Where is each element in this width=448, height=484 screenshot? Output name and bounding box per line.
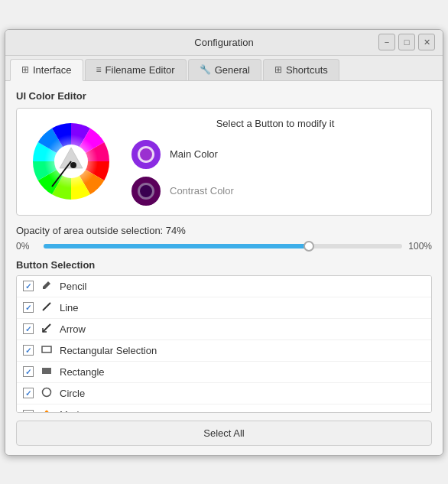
window-controls: − □ ✕ — [378, 34, 435, 50]
item-checkbox[interactable] — [23, 302, 34, 313]
color-wheel-container — [29, 119, 113, 203]
item-icon — [40, 387, 54, 400]
button-selection-section: Button Selection PencilLineArrowRectangu… — [16, 259, 432, 413]
button-selection-label: Button Selection — [16, 259, 432, 271]
contrast-color-button[interactable] — [131, 177, 161, 206]
main-color-inner — [138, 146, 154, 163]
item-checkbox[interactable] — [23, 281, 34, 291]
contrast-color-row: Contrast Color — [131, 177, 419, 206]
titlebar: Configuration − □ ✕ — [5, 30, 443, 56]
list-item: Arrow — [17, 319, 431, 340]
item-label: Marker — [60, 409, 90, 413]
wrench-icon: 🔧 — [200, 64, 211, 75]
color-wheel-svg[interactable] — [29, 119, 113, 203]
opacity-slider-fill — [44, 244, 309, 248]
color-editor-box: Select a Button to modify it Main Color … — [16, 108, 432, 216]
opacity-slider-thumb[interactable] — [304, 241, 314, 252]
configuration-window: Configuration − □ ✕ ⊞ Interface ≡ Filena… — [5, 29, 443, 456]
tab-interface-label: Interface — [33, 64, 72, 76]
list-item: Rectangular Selection — [17, 340, 431, 362]
grid4-icon: ⊞ — [274, 64, 282, 75]
item-icon — [40, 408, 54, 413]
tab-shortcuts-label: Shortcuts — [286, 64, 328, 76]
tab-shortcuts[interactable]: ⊞ Shortcuts — [263, 59, 339, 80]
item-checkbox[interactable] — [23, 366, 34, 377]
opacity-section: Opacity of area outside selection: 74% 0… — [16, 225, 432, 252]
item-label: Rectangular Selection — [60, 345, 157, 356]
main-color-row: Main Color — [131, 140, 419, 169]
item-checkbox[interactable] — [23, 410, 34, 413]
item-icon — [40, 280, 54, 293]
select-all-button[interactable]: Select All — [16, 421, 432, 446]
tab-filename-editor-label: Filename Editor — [106, 64, 175, 76]
item-icon — [40, 344, 54, 357]
main-color-button[interactable] — [131, 140, 161, 169]
list-item: Line — [17, 297, 431, 319]
svg-point-10 — [43, 388, 51, 396]
tab-bar: ⊞ Interface ≡ Filename Editor 🔧 General … — [5, 56, 443, 81]
item-icon — [40, 301, 54, 314]
color-editor-section-label: UI Color Editor — [16, 90, 432, 102]
svg-point-4 — [70, 162, 76, 168]
select-hint: Select a Button to modify it — [131, 118, 419, 129]
item-icon — [40, 323, 54, 336]
svg-rect-8 — [42, 346, 51, 352]
maximize-button[interactable]: □ — [398, 34, 415, 50]
svg-line-6 — [43, 303, 50, 310]
button-list: PencilLineArrowRectangular SelectionRect… — [16, 275, 432, 413]
item-label: Line — [60, 302, 79, 313]
tab-general-label: General — [215, 64, 250, 76]
list-item: Pencil — [17, 276, 431, 297]
tab-general[interactable]: 🔧 General — [188, 59, 261, 80]
item-icon — [40, 365, 54, 378]
opacity-min-label: 0% — [16, 241, 37, 252]
item-checkbox[interactable] — [23, 323, 34, 334]
opacity-slider-track — [44, 244, 402, 248]
tab-filename-editor[interactable]: ≡ Filename Editor — [85, 59, 187, 80]
list-item: Rectangle — [17, 362, 431, 383]
item-label: Circle — [60, 388, 85, 399]
tab-interface[interactable]: ⊞ Interface — [10, 59, 83, 81]
opacity-row: 0% 100% — [16, 241, 432, 252]
contrast-color-label: Contrast Color — [170, 185, 234, 197]
opacity-label: Opacity of area outside selection: 74% — [16, 225, 432, 236]
color-options: Select a Button to modify it Main Color … — [131, 118, 419, 206]
svg-line-7 — [43, 324, 50, 332]
svg-rect-9 — [42, 368, 51, 374]
item-label: Pencil — [60, 281, 86, 292]
opacity-max-label: 100% — [408, 241, 432, 252]
list-item: Circle — [17, 383, 431, 404]
close-button[interactable]: ✕ — [418, 34, 435, 50]
menu-icon: ≡ — [96, 64, 102, 75]
interface-content: UI Color Editor — [5, 81, 443, 455]
item-checkbox[interactable] — [23, 388, 34, 398]
contrast-color-inner — [138, 183, 154, 200]
item-label: Rectangle — [60, 366, 105, 378]
item-label: Arrow — [60, 323, 86, 335]
grid-icon: ⊞ — [21, 64, 29, 75]
list-item: Marker — [17, 404, 431, 413]
main-color-label: Main Color — [170, 148, 218, 160]
minimize-button[interactable]: − — [378, 34, 395, 50]
item-checkbox[interactable] — [23, 345, 34, 356]
window-title: Configuration — [194, 37, 253, 48]
